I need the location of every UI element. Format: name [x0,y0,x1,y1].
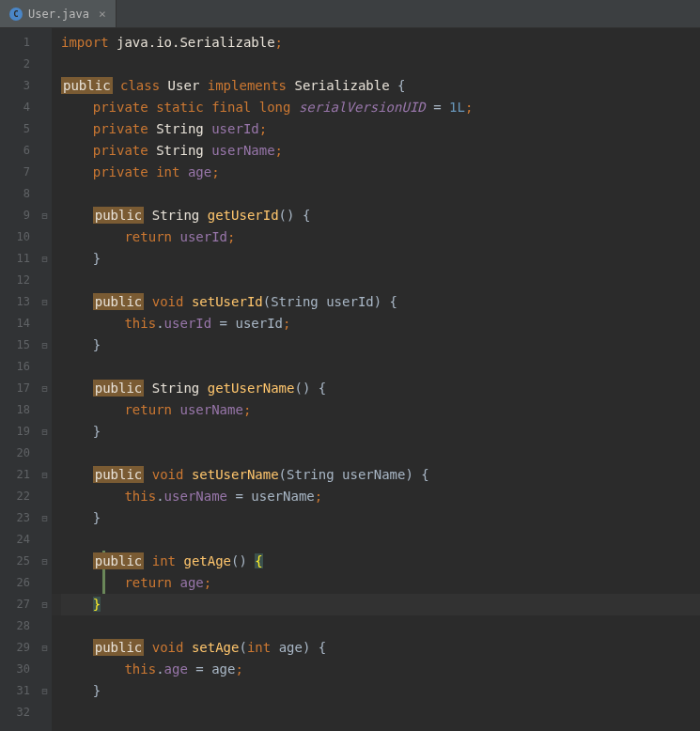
close-icon[interactable]: × [99,7,106,21]
code-line[interactable] [61,356,700,378]
code-line[interactable]: } [61,334,700,356]
fold-mark[interactable]: ⊟ [38,205,52,226]
fold-mark [38,399,52,421]
code-line[interactable]: this.userId = userId; [61,313,700,334]
fold-mark [38,702,52,723]
line-number[interactable]: 5 [0,118,38,140]
line-number[interactable]: 10 [0,226,38,248]
fold-mark [38,356,52,378]
line-number[interactable]: 25 [0,551,38,572]
code-line[interactable]: private String userName; [61,140,700,162]
file-tab[interactable]: C User.java × [0,0,117,27]
fold-mark[interactable]: ⊟ [38,248,52,270]
code-line[interactable]: } [61,248,700,270]
fold-mark [38,54,52,75]
fold-mark[interactable]: ⊟ [38,637,52,659]
fold-mark[interactable]: ⊟ [38,507,52,529]
line-number[interactable]: 19 [0,421,38,443]
code-line[interactable] [61,270,700,291]
fold-mark [38,183,52,205]
code-line[interactable]: return userId; [61,226,700,248]
code-line[interactable] [61,529,700,551]
fold-mark[interactable]: ⊟ [38,291,52,313]
line-number[interactable]: 14 [0,313,38,334]
fold-mark [38,443,52,464]
line-number[interactable]: 21 [0,464,38,486]
code-line[interactable]: private int age; [61,162,700,183]
line-number[interactable]: 11 [0,248,38,270]
fold-mark [38,97,52,118]
line-number[interactable]: 30 [0,659,38,680]
fold-mark [38,226,52,248]
fold-mark [38,32,52,54]
line-number[interactable]: 2 [0,54,38,75]
line-number[interactable]: 13 [0,291,38,313]
fold-mark[interactable]: ⊟ [38,378,52,399]
code-line[interactable]: public class User implements Serializabl… [61,75,700,97]
code-line[interactable]: this.userName = userName; [61,486,700,507]
line-number[interactable]: 27 [0,594,38,615]
line-number[interactable]: 15 [0,334,38,356]
line-number[interactable]: 17 [0,378,38,399]
fold-mark [38,615,52,637]
line-number[interactable]: 7 [0,162,38,183]
fold-mark[interactable]: ⊟ [38,680,52,702]
fold-mark [38,486,52,507]
code-area[interactable]: import java.io.Serializable;public class… [52,28,700,731]
code-line[interactable]: import java.io.Serializable; [61,32,700,54]
fold-mark[interactable]: ⊟ [38,421,52,443]
code-line[interactable]: } [61,507,700,529]
tab-label: User.java [28,8,89,21]
code-line[interactable]: public void setUserId(String userId) { [61,291,700,313]
code-line[interactable]: } [61,594,700,615]
line-number[interactable]: 31 [0,680,38,702]
fold-mark [38,313,52,334]
code-line[interactable] [61,702,700,723]
line-number[interactable]: 9 [0,205,38,226]
code-line[interactable]: } [61,680,700,702]
fold-mark [38,529,52,551]
code-line[interactable] [61,54,700,75]
line-number[interactable]: 6 [0,140,38,162]
fold-mark [38,118,52,140]
code-line[interactable]: return age; [61,572,700,594]
line-number[interactable]: 24 [0,529,38,551]
code-line[interactable] [61,183,700,205]
code-line[interactable]: public String getUserName() { [61,378,700,399]
code-line[interactable]: public int getAge() { [61,551,700,572]
fold-mark [38,75,52,97]
line-number[interactable]: 4 [0,97,38,118]
line-number[interactable]: 23 [0,507,38,529]
line-number[interactable]: 18 [0,399,38,421]
fold-mark [38,162,52,183]
fold-mark[interactable]: ⊟ [38,594,52,615]
line-number[interactable]: 28 [0,615,38,637]
fold-mark[interactable]: ⊟ [38,334,52,356]
line-number-gutter[interactable]: 1234567891011121314151617181920212223242… [0,28,38,731]
fold-mark [38,572,52,594]
fold-gutter[interactable]: ⊟⊟⊟⊟⊟⊟⊟⊟⊟⊟⊟⊟ [38,28,52,731]
line-number[interactable]: 3 [0,75,38,97]
line-number[interactable]: 22 [0,486,38,507]
fold-mark [38,270,52,291]
code-line[interactable]: public void setAge(int age) { [61,637,700,659]
line-number[interactable]: 16 [0,356,38,378]
code-line[interactable]: private static final long serialVersionU… [61,97,700,118]
code-line[interactable]: this.age = age; [61,659,700,680]
line-number[interactable]: 1 [0,32,38,54]
line-number[interactable]: 32 [0,702,38,723]
code-line[interactable] [61,443,700,464]
fold-mark[interactable]: ⊟ [38,551,52,572]
code-line[interactable] [61,615,700,637]
fold-mark[interactable]: ⊟ [38,464,52,486]
line-number[interactable]: 26 [0,572,38,594]
line-number[interactable]: 12 [0,270,38,291]
code-line[interactable]: return userName; [61,399,700,421]
code-line[interactable]: public String getUserId() { [61,205,700,226]
line-number[interactable]: 8 [0,183,38,205]
code-line[interactable]: private String userId; [61,118,700,140]
code-line[interactable]: } [61,421,700,443]
line-number[interactable]: 20 [0,443,38,464]
code-line[interactable]: public void setUserName(String userName)… [61,464,700,486]
line-number[interactable]: 29 [0,637,38,659]
